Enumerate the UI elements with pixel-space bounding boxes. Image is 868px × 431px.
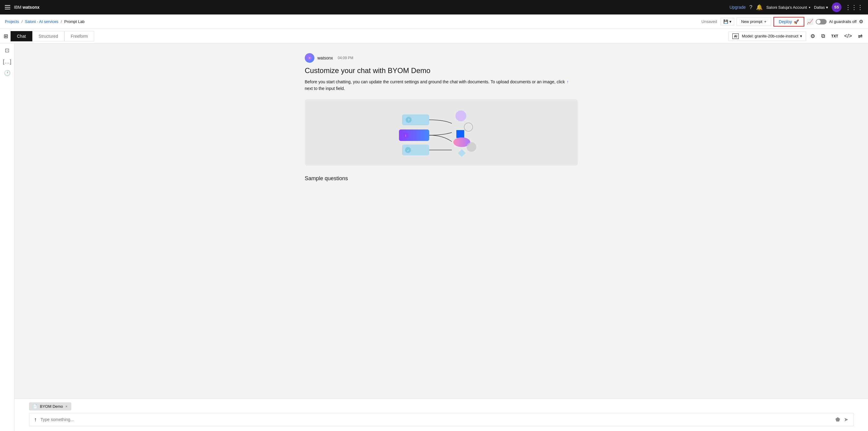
tab-group: Chat Structured Freeform — [10, 31, 94, 41]
apps-grid-icon[interactable]: ⋮⋮⋮ — [845, 4, 863, 11]
chat-content-area: watsonx 04:09 PM Customize your chat wit… — [14, 43, 868, 398]
chat-input-box: ↑ ⬟ ➤ — [29, 413, 854, 426]
ai-badge: AI — [733, 33, 739, 39]
new-prompt-button[interactable]: New prompt + — [737, 17, 771, 26]
unsaved-label: Unsaved — [702, 19, 717, 24]
sidebar-history-icon[interactable]: 🕐 — [4, 70, 10, 76]
message-timestamp: 04:09 PM — [338, 56, 353, 60]
model-chevron-icon: ▾ — [800, 34, 802, 38]
mode-toolbar: ⊞ Chat Structured Freeform AI Model: gra… — [0, 29, 868, 43]
sample-questions-label: Sample questions — [305, 175, 578, 182]
deploy-label: Deploy — [779, 19, 792, 24]
chat-description: Before you start chatting, you can updat… — [305, 78, 578, 92]
deploy-icon: 🚀 — [794, 19, 799, 24]
deploy-button[interactable]: Deploy 🚀 — [773, 17, 805, 27]
sidebar-bracket-icon[interactable]: […] — [3, 59, 11, 65]
ai-guardrails-toggle-area: AI guardrails off — [816, 19, 857, 25]
top-navigation: IBM watsonx Upgrade ? 🔔 Saloni Saluja's … — [0, 0, 868, 14]
input-area: 📄 BYOM Demo × ↑ ⬟ ➤ — [14, 398, 868, 431]
sidebar-panel-icon[interactable]: ⊡ — [5, 47, 9, 54]
byom-close-button[interactable]: × — [65, 404, 68, 409]
model-label: Model: granite-20b-code-instruct — [742, 34, 798, 38]
avatar[interactable]: SS — [832, 2, 841, 12]
hamburger-menu[interactable] — [5, 5, 10, 9]
ai-guardrails-label: AI guardrails off — [829, 19, 857, 24]
image-upload-icon[interactable]: ⬟ — [835, 416, 840, 423]
toolbar-code-icon[interactable]: </> — [842, 33, 854, 39]
sidebar-toggle-icon[interactable]: ⊞ — [4, 33, 8, 39]
account-dropdown[interactable]: Saloni Saluja's Account ▾ — [766, 5, 810, 10]
new-prompt-plus-icon: + — [764, 19, 767, 24]
svg-point-11 — [456, 110, 466, 121]
upload-button[interactable]: ↑ — [34, 417, 37, 423]
chart-icon[interactable]: 📈 — [807, 19, 813, 25]
svg-rect-13 — [456, 130, 464, 138]
chat-title: Customize your chat with BYOM Demo — [305, 66, 578, 75]
toolbar-copy-icon[interactable]: ⧉ — [819, 33, 827, 39]
main-layout: ⊡ […] 🕐 — [0, 43, 868, 431]
sender-name: watsonx — [317, 56, 333, 60]
brand-logo: IBM watsonx — [14, 5, 39, 10]
send-button[interactable]: ➤ — [844, 416, 848, 423]
message-header: watsonx 04:09 PM — [305, 53, 578, 63]
svg-text:i: i — [405, 134, 406, 137]
toolbar-sliders-icon[interactable]: ⇌ — [856, 33, 864, 39]
breadcrumb-bar: Projects / Saloni - AI services / Prompt… — [0, 14, 868, 29]
content-wrapper: watsonx 04:09 PM Customize your chat wit… — [14, 43, 868, 431]
upgrade-link[interactable]: Upgrade — [730, 5, 746, 10]
breadcrumb-current: Prompt Lab — [64, 19, 85, 24]
breadcrumb-projects[interactable]: Projects — [5, 19, 19, 24]
svg-point-15 — [467, 142, 476, 152]
tab-chat[interactable]: Chat — [10, 31, 32, 41]
new-prompt-label: New prompt — [741, 19, 762, 24]
svg-text:?: ? — [408, 119, 409, 122]
model-selector[interactable]: AI Model: granite-20b-code-instruct ▾ — [728, 31, 806, 41]
toolbar-txt-icon[interactable]: TXT — [829, 34, 840, 38]
tab-structured[interactable]: Structured — [32, 31, 65, 41]
account-chevron-icon: ▾ — [809, 6, 810, 9]
watsonx-avatar — [305, 53, 314, 63]
settings-gear-icon[interactable]: ⚙ — [859, 19, 863, 25]
help-icon[interactable]: ? — [749, 4, 752, 10]
svg-text:✓: ✓ — [407, 149, 409, 152]
byom-tag-label: BYOM Demo — [40, 404, 63, 409]
illustration-box: ? i ✓ — [305, 99, 578, 166]
region-dropdown[interactable]: Dallas ▾ — [814, 5, 828, 10]
region-chevron-icon: ▾ — [826, 5, 828, 10]
toolbar-settings-icon[interactable]: ⚙ — [808, 33, 817, 39]
ai-guardrails-toggle[interactable] — [816, 19, 827, 25]
save-icon: 💾 — [723, 19, 728, 24]
breadcrumb-sep-2: / — [61, 19, 62, 24]
workflow-illustration: ? i ✓ — [396, 105, 487, 160]
byom-doc-icon: 📄 — [33, 404, 37, 409]
byom-tag: 📄 BYOM Demo × — [29, 402, 71, 410]
bell-icon[interactable]: 🔔 — [756, 4, 763, 10]
chat-content: watsonx 04:09 PM Customize your chat wit… — [290, 43, 592, 398]
breadcrumb-ai-services[interactable]: Saloni - AI services — [25, 19, 59, 24]
save-button[interactable]: 💾 ▾ — [721, 18, 734, 25]
inline-upload-icon: ↑ — [566, 78, 569, 85]
left-sidebar: ⊡ […] 🕐 — [0, 43, 14, 431]
chat-input[interactable] — [40, 417, 832, 422]
tab-freeform[interactable]: Freeform — [64, 31, 94, 41]
save-dropdown-icon: ▾ — [730, 19, 732, 24]
breadcrumb-sep-1: / — [22, 19, 23, 24]
